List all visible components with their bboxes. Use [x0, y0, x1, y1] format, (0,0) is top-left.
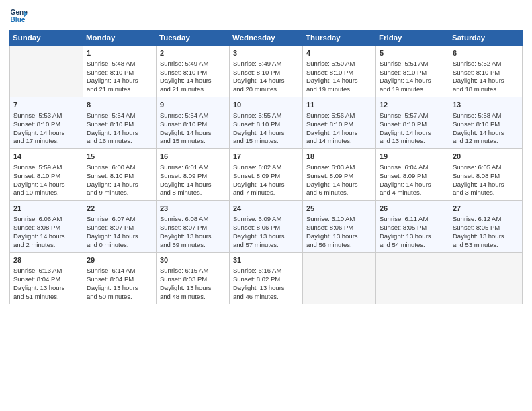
calendar-day-cell: 24Sunrise: 6:09 AMSunset: 8:06 PMDayligh…	[230, 201, 303, 253]
day-number: 31	[233, 255, 299, 265]
day-number: 3	[233, 48, 299, 58]
calendar-day-cell: 5Sunrise: 5:51 AMSunset: 8:10 PMDaylight…	[376, 46, 449, 97]
calendar-day-cell: 29Sunrise: 6:14 AMSunset: 8:04 PMDayligh…	[83, 253, 157, 304]
day-info: Sunrise: 6:11 AMSunset: 8:05 PMDaylight:…	[380, 215, 445, 249]
day-number: 10	[233, 100, 299, 110]
calendar-day-cell	[449, 253, 523, 304]
day-info: Sunrise: 5:49 AMSunset: 8:10 PMDaylight:…	[160, 60, 226, 94]
calendar-day-cell	[303, 253, 376, 304]
calendar-day-cell: 13Sunrise: 5:58 AMSunset: 8:10 PMDayligh…	[449, 97, 523, 149]
calendar-day-cell: 7Sunrise: 5:53 AMSunset: 8:10 PMDaylight…	[10, 97, 83, 149]
calendar-body: 1Sunrise: 5:48 AMSunset: 8:10 PMDaylight…	[10, 46, 523, 304]
calendar-week-row: 21Sunrise: 6:06 AMSunset: 8:08 PMDayligh…	[10, 201, 523, 253]
day-info: Sunrise: 6:00 AMSunset: 8:10 PMDaylight:…	[87, 163, 152, 197]
day-of-week-header: Tuesday	[157, 30, 230, 46]
calendar-day-cell: 20Sunrise: 6:05 AMSunset: 8:08 PMDayligh…	[449, 149, 523, 201]
day-number: 1	[87, 48, 152, 58]
day-number: 11	[306, 100, 372, 110]
day-number: 6	[453, 48, 519, 58]
day-number: 8	[87, 100, 152, 110]
day-info: Sunrise: 6:12 AMSunset: 8:05 PMDaylight:…	[453, 215, 519, 249]
day-info: Sunrise: 5:48 AMSunset: 8:10 PMDaylight:…	[87, 60, 152, 94]
day-info: Sunrise: 5:58 AMSunset: 8:10 PMDaylight:…	[453, 111, 519, 146]
calendar-day-cell: 17Sunrise: 6:02 AMSunset: 8:09 PMDayligh…	[230, 149, 303, 201]
day-number: 2	[160, 48, 226, 58]
calendar-day-cell: 30Sunrise: 6:15 AMSunset: 8:03 PMDayligh…	[157, 253, 230, 304]
day-info: Sunrise: 6:16 AMSunset: 8:02 PMDaylight:…	[233, 267, 299, 301]
day-info: Sunrise: 6:07 AMSunset: 8:07 PMDaylight:…	[87, 215, 152, 249]
calendar-day-cell: 27Sunrise: 6:12 AMSunset: 8:05 PMDayligh…	[449, 201, 523, 253]
day-info: Sunrise: 5:54 AMSunset: 8:10 PMDaylight:…	[160, 111, 226, 146]
day-info: Sunrise: 6:15 AMSunset: 8:03 PMDaylight:…	[160, 267, 226, 301]
day-number: 19	[380, 152, 445, 162]
day-info: Sunrise: 5:59 AMSunset: 8:10 PMDaylight:…	[13, 163, 79, 197]
page-container: General Blue SundayMondayTuesdayWednesda…	[0, 0, 532, 310]
calendar-day-cell: 15Sunrise: 6:00 AMSunset: 8:10 PMDayligh…	[83, 149, 157, 201]
calendar-day-cell: 16Sunrise: 6:01 AMSunset: 8:09 PMDayligh…	[157, 149, 230, 201]
day-info: Sunrise: 5:52 AMSunset: 8:10 PMDaylight:…	[453, 60, 519, 94]
day-number: 30	[160, 255, 226, 265]
header: General Blue	[9, 7, 523, 26]
day-info: Sunrise: 6:01 AMSunset: 8:09 PMDaylight:…	[160, 163, 226, 197]
calendar-day-cell: 28Sunrise: 6:13 AMSunset: 8:04 PMDayligh…	[10, 253, 83, 304]
day-number: 24	[233, 203, 299, 214]
day-info: Sunrise: 6:09 AMSunset: 8:06 PMDaylight:…	[233, 215, 299, 249]
calendar-week-row: 28Sunrise: 6:13 AMSunset: 8:04 PMDayligh…	[10, 253, 523, 304]
day-info: Sunrise: 5:50 AMSunset: 8:10 PMDaylight:…	[306, 60, 372, 94]
calendar-day-cell: 26Sunrise: 6:11 AMSunset: 8:05 PMDayligh…	[376, 201, 449, 253]
day-number: 13	[453, 100, 519, 110]
day-number: 14	[13, 152, 79, 162]
day-info: Sunrise: 6:14 AMSunset: 8:04 PMDaylight:…	[87, 267, 152, 301]
calendar-day-cell: 18Sunrise: 6:03 AMSunset: 8:09 PMDayligh…	[303, 149, 376, 201]
calendar-day-cell: 4Sunrise: 5:50 AMSunset: 8:10 PMDaylight…	[303, 46, 376, 97]
calendar-day-cell: 1Sunrise: 5:48 AMSunset: 8:10 PMDaylight…	[83, 46, 157, 97]
calendar-day-cell: 11Sunrise: 5:56 AMSunset: 8:10 PMDayligh…	[303, 97, 376, 149]
day-of-week-header: Monday	[83, 30, 157, 46]
calendar-week-row: 14Sunrise: 5:59 AMSunset: 8:10 PMDayligh…	[10, 149, 523, 201]
calendar-day-cell: 6Sunrise: 5:52 AMSunset: 8:10 PMDaylight…	[449, 46, 523, 97]
day-info: Sunrise: 6:10 AMSunset: 8:06 PMDaylight:…	[306, 215, 372, 249]
calendar-day-cell: 23Sunrise: 6:08 AMSunset: 8:07 PMDayligh…	[157, 201, 230, 253]
day-number: 18	[306, 152, 372, 162]
day-info: Sunrise: 6:04 AMSunset: 8:09 PMDaylight:…	[380, 163, 445, 197]
day-of-week-header: Wednesday	[230, 30, 303, 46]
calendar-day-cell: 31Sunrise: 6:16 AMSunset: 8:02 PMDayligh…	[230, 253, 303, 304]
day-info: Sunrise: 5:51 AMSunset: 8:10 PMDaylight:…	[380, 60, 445, 94]
calendar-week-row: 7Sunrise: 5:53 AMSunset: 8:10 PMDaylight…	[10, 97, 523, 149]
day-number: 15	[87, 152, 152, 162]
day-of-week-header: Saturday	[449, 30, 523, 46]
day-info: Sunrise: 6:05 AMSunset: 8:08 PMDaylight:…	[453, 163, 519, 197]
day-number: 16	[160, 152, 226, 162]
calendar-header-row: SundayMondayTuesdayWednesdayThursdayFrid…	[10, 30, 523, 46]
day-number: 29	[87, 255, 152, 265]
day-info: Sunrise: 5:54 AMSunset: 8:10 PMDaylight:…	[87, 111, 152, 146]
day-number: 9	[160, 100, 226, 110]
calendar-day-cell	[376, 253, 449, 304]
day-info: Sunrise: 5:56 AMSunset: 8:10 PMDaylight:…	[306, 111, 372, 146]
day-number: 23	[160, 203, 226, 214]
calendar-day-cell: 21Sunrise: 6:06 AMSunset: 8:08 PMDayligh…	[10, 201, 83, 253]
day-number: 25	[306, 203, 372, 214]
day-number: 26	[380, 203, 445, 214]
calendar-day-cell: 9Sunrise: 5:54 AMSunset: 8:10 PMDaylight…	[157, 97, 230, 149]
day-number: 5	[380, 48, 445, 58]
day-number: 4	[306, 48, 372, 58]
day-info: Sunrise: 5:49 AMSunset: 8:10 PMDaylight:…	[233, 60, 299, 94]
day-of-week-header: Thursday	[303, 30, 376, 46]
day-number: 12	[380, 100, 445, 110]
day-number: 7	[13, 100, 79, 110]
day-number: 22	[87, 203, 152, 214]
day-of-week-header: Sunday	[10, 30, 83, 46]
day-info: Sunrise: 6:08 AMSunset: 8:07 PMDaylight:…	[160, 215, 226, 249]
day-of-week-header: Friday	[376, 30, 449, 46]
day-number: 20	[453, 152, 519, 162]
day-info: Sunrise: 5:57 AMSunset: 8:10 PMDaylight:…	[380, 111, 445, 146]
logo: General Blue	[9, 7, 28, 26]
day-number: 28	[13, 255, 79, 265]
day-info: Sunrise: 6:02 AMSunset: 8:09 PMDaylight:…	[233, 163, 299, 197]
day-info: Sunrise: 6:13 AMSunset: 8:04 PMDaylight:…	[13, 267, 79, 301]
calendar-day-cell: 2Sunrise: 5:49 AMSunset: 8:10 PMDaylight…	[157, 46, 230, 97]
calendar-day-cell: 22Sunrise: 6:07 AMSunset: 8:07 PMDayligh…	[83, 201, 157, 253]
day-info: Sunrise: 5:55 AMSunset: 8:10 PMDaylight:…	[233, 111, 299, 146]
day-info: Sunrise: 5:53 AMSunset: 8:10 PMDaylight:…	[13, 111, 79, 146]
